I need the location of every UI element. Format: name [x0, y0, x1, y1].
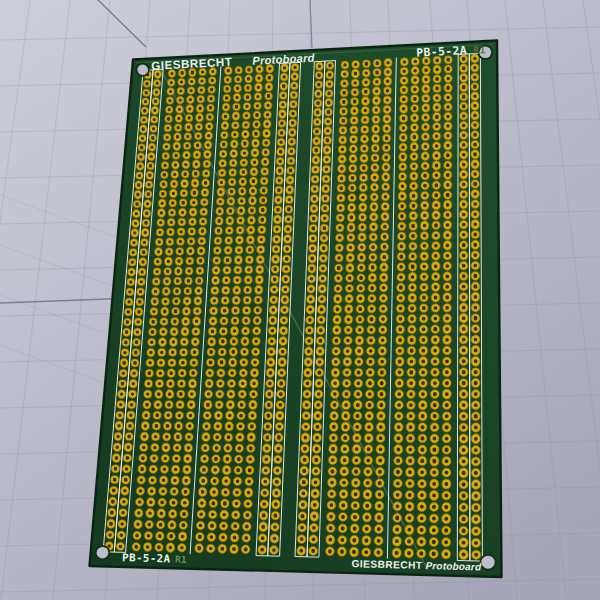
silk-text-product-bottom: Protoboard	[425, 560, 482, 572]
mounting-hole	[137, 64, 147, 74]
mounting-hole	[97, 547, 109, 559]
ref-designator-top: R1	[473, 44, 486, 56]
silk-text-brand-bottom: GIESBRECHT	[351, 558, 422, 571]
scene-canvas[interactable]: GIESBRECHT Protoboard PB-5-2A R1 PB-5-2A…	[0, 0, 600, 600]
ref-designator-bottom: R1	[175, 554, 187, 565]
pcb-3d-viewport[interactable]: GIESBRECHT Protoboard PB-5-2A R1 PB-5-2A…	[0, 0, 600, 600]
silk-text-part-number-top: PB-5-2A	[416, 43, 467, 60]
mounting-hole	[482, 556, 495, 569]
silk-text-part-number-bottom: PB-5-2A	[122, 551, 171, 565]
pcb-board[interactable]: GIESBRECHT Protoboard PB-5-2A R1 PB-5-2A…	[90, 41, 502, 578]
